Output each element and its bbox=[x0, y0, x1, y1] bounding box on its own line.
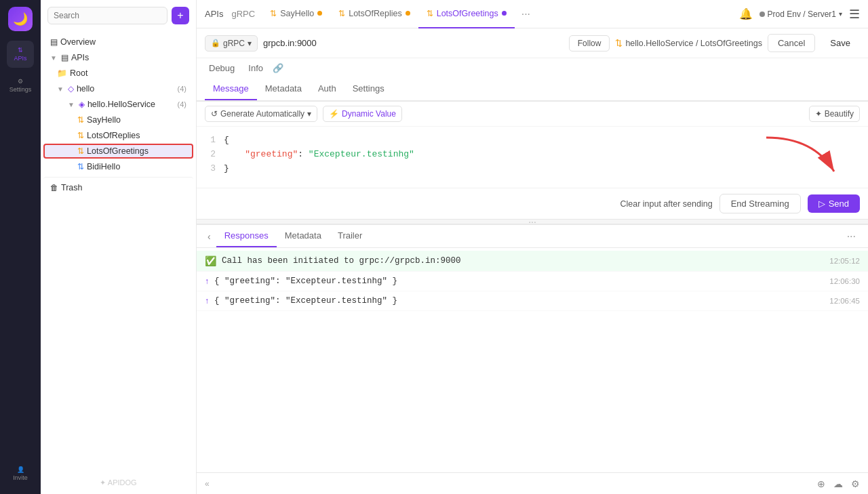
tab-lotsofreplies[interactable]: ⇅ LotsOfReplies bbox=[330, 0, 418, 28]
lotsofgreetings-icon: ⇅ bbox=[77, 146, 84, 156]
main-content: APIs gRPC ⇅ SayHello ⇅ LotsOfReplies bbox=[197, 0, 868, 494]
request-panel: 🔒 gRPC ▾ Follow ⇅ hello.HelloService / L… bbox=[197, 28, 868, 102]
overview-icon: ▤ bbox=[50, 37, 58, 47]
method-path: ⇅ hello.HelloService / LotsOfGreetings bbox=[615, 38, 762, 48]
dynamic-value-button[interactable]: ⚡ Dynamic Value bbox=[323, 106, 402, 122]
resp-tab-responses[interactable]: Responses bbox=[216, 225, 277, 247]
sidebar-item-sayhello[interactable]: ⇅ SayHello bbox=[43, 112, 193, 127]
footer-right-icons: ⊕ ☁ ⚙ bbox=[817, 478, 860, 489]
app-sidebar: 🌙 ⇅ APIs ⚙ Settings 👤 Invite bbox=[0, 0, 41, 494]
sidebar-item-settings[interactable]: ⚙ Settings bbox=[7, 72, 34, 99]
send-button[interactable]: ▷ Send bbox=[808, 194, 860, 213]
debug-button[interactable]: Debug bbox=[205, 61, 239, 75]
clear-input-label: Clear input after sending bbox=[620, 199, 712, 209]
sayhello-tab-icon: ⇅ bbox=[270, 9, 277, 18]
footer-collapse-left[interactable]: « bbox=[205, 479, 210, 489]
code-line-3: 3 } bbox=[205, 162, 860, 176]
bottom-footer: « ⊕ ☁ ⚙ bbox=[197, 472, 868, 494]
resp-time-1: 12:05:12 bbox=[829, 257, 860, 265]
tab-metadata[interactable]: Metadata bbox=[257, 78, 310, 100]
sidebar-item-hello[interactable]: ▼ ◇ hello (4) bbox=[43, 81, 193, 96]
footer-icon-1[interactable]: ⊕ bbox=[817, 478, 825, 489]
settings-icon: ⚙ bbox=[18, 78, 23, 85]
top-bar: APIs gRPC ⇅ SayHello ⇅ LotsOfReplies bbox=[197, 0, 868, 28]
caret-icon: ▼ bbox=[50, 54, 57, 62]
sidebar-item-bidihello[interactable]: ⇅ BidiHello bbox=[43, 159, 193, 174]
apidog-logo: ✦ APIDOG bbox=[100, 478, 136, 487]
sidebar-item-trash[interactable]: 🗑 Trash bbox=[43, 177, 193, 195]
sidebar-item-lotsofreplies[interactable]: ⇅ LotsOfReplies bbox=[43, 128, 193, 143]
dynamic-val-icon: ⚡ bbox=[329, 109, 339, 119]
sent-icon-3: ↑ bbox=[205, 296, 209, 306]
url-input[interactable] bbox=[263, 38, 564, 48]
response-row-3: ↑ { "greeting": "Excepteur.testinhg" } 1… bbox=[197, 291, 868, 311]
code-editor[interactable]: 1 { 2 "greeting": "Excepteur.testinhg" 3… bbox=[197, 127, 868, 188]
beautify-button[interactable]: ✦ Beautify bbox=[809, 106, 860, 122]
sidebar-item-apis-tree[interactable]: ▼ ▤ APIs bbox=[43, 50, 193, 65]
add-item-button[interactable]: + bbox=[172, 7, 189, 24]
sayhello-icon: ⇅ bbox=[77, 115, 84, 125]
panel-divider[interactable]: ··· bbox=[197, 219, 868, 224]
bidihello-icon: ⇅ bbox=[77, 162, 84, 171]
tab-auth[interactable]: Auth bbox=[310, 78, 344, 100]
app-logo: 🌙 bbox=[8, 7, 33, 31]
resp-message-3: { "greeting": "Excepteur.testinhg" } bbox=[214, 296, 824, 306]
generate-automatically-button[interactable]: ↺ Generate Automatically ▾ bbox=[205, 106, 317, 122]
beautify-icon: ✦ bbox=[815, 109, 822, 119]
hamburger-icon[interactable]: ☰ bbox=[849, 7, 860, 22]
lotsofreplies-tab-icon: ⇅ bbox=[338, 9, 345, 18]
tab-lotsofgreetings[interactable]: ⇅ LotsOfGreetings bbox=[418, 0, 515, 28]
tab-message[interactable]: Message bbox=[205, 78, 257, 100]
breadcrumb: APIs gRPC bbox=[205, 9, 255, 19]
sidebar-item-invite[interactable]: 👤 Invite bbox=[7, 460, 34, 487]
folder-icon: 📁 bbox=[57, 68, 67, 78]
sent-icon-2: ↑ bbox=[205, 276, 209, 286]
tab-bar: ⇅ SayHello ⇅ LotsOfReplies ⇅ LotsOfGreet… bbox=[262, 0, 738, 28]
tab-more-icon[interactable]: ··· bbox=[517, 8, 534, 20]
lotsofgreetings-tab-icon: ⇅ bbox=[427, 9, 433, 18]
resp-tab-metadata[interactable]: Metadata bbox=[277, 225, 330, 247]
sidebar-item-overview[interactable]: ▤ Overview bbox=[43, 35, 193, 49]
req-tabs: Message Metadata Auth Settings bbox=[197, 78, 868, 101]
url-bar: 🔒 gRPC ▾ Follow ⇅ hello.HelloService / L… bbox=[197, 28, 868, 58]
response-row-2: ↑ { "greeting": "Excepteur.testinhg" } 1… bbox=[197, 272, 868, 291]
search-input[interactable] bbox=[47, 7, 167, 24]
editor-toolbar: ↺ Generate Automatically ▾ ⚡ Dynamic Val… bbox=[197, 102, 868, 127]
response-row-1: ✅ Call has been initiated to grpc://grpc… bbox=[197, 251, 868, 272]
resp-more-icon[interactable]: ··· bbox=[843, 230, 860, 243]
link-icon[interactable]: 🔗 bbox=[273, 63, 283, 73]
protocol-label: gRPC bbox=[223, 39, 245, 48]
gen-auto-icon: ↺ bbox=[211, 109, 218, 119]
sidebar-item-apis[interactable]: ⇅ APIs bbox=[7, 41, 34, 68]
response-header: ‹ Responses Metadata Trailer ··· bbox=[197, 225, 868, 248]
tab-sayhello[interactable]: ⇅ SayHello bbox=[262, 0, 330, 28]
response-panel: ‹ Responses Metadata Trailer ··· ✅ Call … bbox=[197, 224, 868, 472]
sidebar-item-lotsofgreetings[interactable]: ⇅ LotsOfGreetings bbox=[43, 144, 193, 159]
caret-icon: ▼ bbox=[57, 85, 64, 93]
chevron-down-icon: ▾ bbox=[307, 109, 311, 119]
grpc-method-icon: ⇅ bbox=[615, 38, 623, 48]
sidebar-item-helloservice[interactable]: ▼ ◈ hello.HelloService (4) bbox=[43, 97, 193, 112]
info-button[interactable]: Info bbox=[244, 61, 267, 75]
env-selector[interactable]: Prod Env / Server1 ▾ bbox=[760, 9, 842, 19]
resp-tab-trailer[interactable]: Trailer bbox=[330, 225, 370, 247]
save-button[interactable]: Save bbox=[821, 35, 860, 52]
hello-icon: ◇ bbox=[68, 84, 74, 94]
env-label: Prod Env / Server1 bbox=[768, 9, 836, 19]
end-streaming-button[interactable]: End Streaming bbox=[719, 194, 801, 213]
tab-settings[interactable]: Settings bbox=[344, 78, 393, 100]
protocol-selector[interactable]: 🔒 gRPC ▾ bbox=[205, 35, 258, 52]
footer-icon-3[interactable]: ⚙ bbox=[851, 478, 860, 489]
lock-icon: 🔒 bbox=[211, 39, 220, 47]
follow-button[interactable]: Follow bbox=[569, 35, 610, 52]
nav-footer: ✦ APIDOG bbox=[41, 472, 196, 494]
chevron-down-icon: ▾ bbox=[839, 10, 842, 18]
apis-tree-icon: ▤ bbox=[61, 53, 68, 62]
invite-icon: 👤 bbox=[17, 466, 24, 473]
cancel-button[interactable]: Cancel bbox=[768, 34, 815, 52]
sidebar-item-root[interactable]: 📁 Root bbox=[43, 66, 193, 81]
notification-icon[interactable]: 🔔 bbox=[739, 7, 753, 20]
collapse-button[interactable]: ‹ bbox=[205, 226, 214, 247]
footer-icon-2[interactable]: ☁ bbox=[833, 478, 843, 489]
chevron-down-icon: ▾ bbox=[248, 39, 252, 48]
